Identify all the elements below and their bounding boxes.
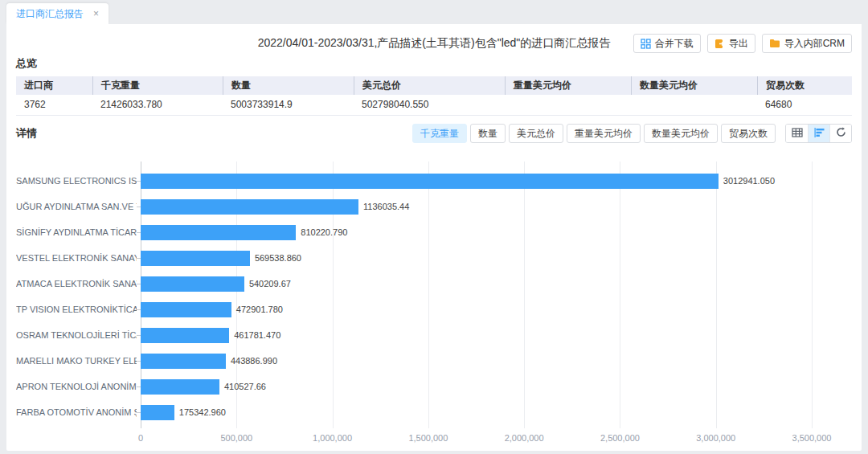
x-axis-tick-label: 0	[138, 433, 143, 443]
overview-column-header-4: 美元总价	[354, 76, 505, 95]
overview-column-header-1: 进口商	[16, 76, 92, 95]
header-actions: 合并下载 导出 导入内部CRM	[633, 34, 852, 53]
bar-track: 175342.960	[141, 405, 812, 420]
overview-column-header-3: 数量	[223, 76, 354, 95]
view-toggle-group	[785, 124, 852, 143]
chart-row: APRON TEKNOLOJİ ANONİM ŞİRKETİ410527.66	[16, 374, 852, 399]
overview-cell-5	[505, 95, 631, 115]
x-axis-tick-label: 3,000,000	[696, 433, 735, 443]
tab-importer-summary-report[interactable]: 进口商汇总报告 ×	[6, 3, 108, 24]
category-label: SİGNİFY AYDINLATMA TİCARET ANO...	[16, 227, 137, 237]
overview-column-header-5: 重量美元均价	[505, 76, 631, 95]
category-label: APRON TEKNOLOJİ ANONİM ŞİRKETİ	[16, 382, 137, 391]
bar[interactable]	[141, 379, 219, 395]
export-label: 导出	[729, 37, 748, 51]
chart-row: TP VISION ELEKTRONİKTİCARET AN...472901.…	[16, 297, 852, 322]
chart-row: UĞUR AYDINLATMA SAN.VE TİC.LTD...1136035…	[16, 194, 852, 219]
category-label: VESTEL ELEKTRONİK SANAYİ VE Tİ...	[16, 253, 137, 263]
x-axis-tick-label: 2,000,000	[505, 433, 544, 443]
category-label: MARELLI MAKO TURKEY ELEKTRİK S...	[16, 356, 137, 366]
bar[interactable]	[141, 302, 231, 317]
chart-row: MARELLI MAKO TURKEY ELEKTRİK S...443886.…	[16, 348, 852, 374]
table-view-icon	[792, 126, 803, 141]
importer-bar-chart: SAMSUNG ELECTRONICS ISTANBUL P...3012941…	[16, 168, 852, 448]
metric-tab-2[interactable]: 数量	[470, 124, 506, 143]
overview-cell-6	[631, 95, 757, 115]
x-axis-tick-label: 500,000	[220, 433, 252, 443]
detail-section-label: 详情	[16, 126, 37, 141]
chart-rows: SAMSUNG ELECTRONICS ISTANBUL P...3012941…	[16, 168, 852, 425]
bar-track: 410527.66	[141, 379, 812, 395]
bar[interactable]	[141, 405, 174, 420]
category-label: FARBA OTOMOTİV ANONİM ŞİRKETİ	[16, 407, 137, 417]
import-crm-button[interactable]: 导入内部CRM	[762, 34, 852, 53]
chart-x-axis: 0500,0001,000,0001,500,0002,000,0002,500…	[141, 430, 812, 448]
merge-download-icon	[641, 39, 651, 49]
import-crm-label: 导入内部CRM	[784, 37, 845, 51]
bar-chart-view-icon	[814, 126, 825, 141]
bar-value-label: 3012941.050	[723, 176, 775, 186]
category-label: TP VISION ELEKTRONİKTİCARET AN...	[16, 305, 137, 314]
category-label: OSRAM TEKNOLOJİLERİ TİCARET AN...	[16, 330, 137, 340]
bar-value-label: 472901.780	[236, 305, 283, 314]
bar-track: 472901.780	[141, 302, 812, 317]
metric-tab-4[interactable]: 重量美元均价	[567, 124, 641, 143]
bar-track: 540209.67	[141, 276, 812, 292]
merge-download-button[interactable]: 合并下载	[633, 34, 701, 53]
x-axis-tick-label: 2,500,000	[600, 433, 640, 443]
refresh-button[interactable]	[829, 125, 851, 142]
bar-value-label: 810220.790	[301, 227, 347, 237]
overview-cell-1: 3762	[16, 95, 92, 115]
x-axis-tick-label: 1,500,000	[408, 433, 448, 443]
report-panel: 2022/04/01-2023/03/31,产品描述(土耳其语)包含"led"的…	[6, 24, 862, 451]
bar[interactable]	[141, 251, 250, 266]
bar[interactable]	[141, 354, 226, 369]
bar[interactable]	[141, 174, 719, 189]
bar[interactable]	[141, 328, 229, 343]
bar-track: 443886.990	[141, 354, 812, 369]
category-label: UĞUR AYDINLATMA SAN.VE TİC.LTD...	[16, 202, 137, 211]
category-label: ATMACA ELEKTRONİK SANAYİ VE Tİ...	[16, 279, 137, 288]
chart-row: SAMSUNG ELECTRONICS ISTANBUL P...3012941…	[16, 168, 852, 194]
metric-tab-6[interactable]: 贸易次数	[721, 124, 776, 143]
overview-header-row: 进口商千克重量数量美元总价重量美元均价数量美元均价贸易次数	[16, 76, 852, 95]
category-label: SAMSUNG ELECTRONICS ISTANBUL P...	[16, 176, 137, 186]
merge-download-label: 合并下载	[655, 37, 694, 51]
tab-label: 进口商汇总报告	[16, 7, 84, 21]
bar-value-label: 443886.990	[231, 356, 277, 366]
overview-table: 进口商千克重量数量美元总价重量美元均价数量美元均价贸易次数 3762214260…	[16, 76, 852, 116]
bar[interactable]	[141, 199, 358, 215]
bar-track: 569538.860	[141, 251, 812, 266]
metric-tabs: 千克重量数量美元总价重量美元均价数量美元均价贸易次数	[412, 124, 776, 143]
detail-toolbar: 详情 千克重量数量美元总价重量美元均价数量美元均价贸易次数	[16, 123, 852, 144]
overview-cell-7: 64680	[757, 95, 852, 115]
bar-chart-view-button[interactable]	[808, 125, 829, 142]
export-button[interactable]: 导出	[707, 34, 755, 53]
metric-tab-3[interactable]: 美元总价	[509, 124, 563, 143]
overview-cell-4: 502798040.550	[354, 95, 505, 115]
table-view-button[interactable]	[786, 125, 808, 142]
bar-track: 461781.470	[141, 328, 812, 343]
chart-row: SİGNİFY AYDINLATMA TİCARET ANO...810220.…	[16, 219, 852, 245]
chart-row: ATMACA ELEKTRONİK SANAYİ VE Tİ...540209.…	[16, 271, 852, 297]
bar-value-label: 1136035.44	[363, 202, 409, 211]
bar-track: 1136035.44	[141, 199, 812, 215]
chart-row: FARBA OTOMOTİV ANONİM ŞİRKETİ175342.960	[16, 399, 852, 425]
bar-value-label: 175342.960	[179, 407, 226, 417]
overview-column-header-6: 数量美元均价	[631, 76, 757, 95]
metric-tab-5[interactable]: 数量美元均价	[644, 124, 718, 143]
chart-row: VESTEL ELEKTRONİK SANAYİ VE Tİ...569538.…	[16, 245, 852, 271]
metric-tab-1[interactable]: 千克重量	[412, 124, 467, 143]
import-crm-folder-icon	[769, 39, 780, 48]
overview-cell-3: 5003733914.9	[223, 95, 354, 115]
overview-section-label: 总览	[16, 56, 852, 71]
report-header: 2022/04/01-2023/03/31,产品描述(土耳其语)包含"led"的…	[16, 32, 852, 56]
bar-track: 3012941.050	[141, 174, 812, 189]
overview-cell-2: 21426033.780	[92, 95, 223, 115]
tab-close-icon[interactable]: ×	[93, 9, 99, 18]
bar[interactable]	[141, 276, 244, 292]
x-axis-tick-label: 3,500,000	[792, 433, 832, 443]
bar-value-label: 540209.67	[249, 279, 291, 288]
bar[interactable]	[141, 225, 296, 240]
chart-row: OSRAM TEKNOLOJİLERİ TİCARET AN...461781.…	[16, 322, 852, 348]
